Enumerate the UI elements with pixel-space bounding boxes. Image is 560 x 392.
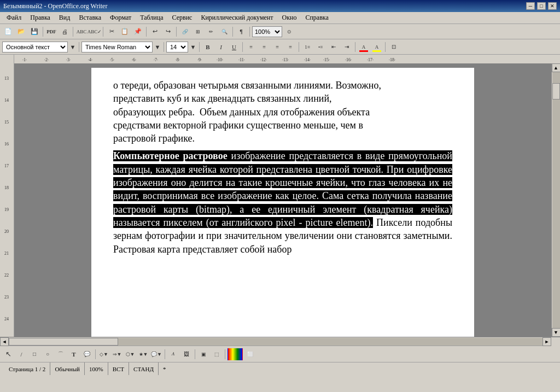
spellcheck-button[interactable]: ABC [75,26,88,38]
scroll-thumb[interactable] [552,83,560,100]
hyperlink-button[interactable]: 🔗 [179,26,191,38]
font-name-select[interactable]: Times New Roman [81,42,153,52]
window-controls: ─ □ ✕ [526,2,557,10]
increase-indent-button[interactable]: ⇥ [341,41,353,53]
formatting-toolbar: Основной текст ▼ Times New Roman ▼ 14 ▼ … [0,39,560,55]
size-dropdown-btn[interactable]: ▼ [189,41,197,53]
copy-button[interactable]: 📋 [119,26,131,38]
separator2 [73,27,73,37]
svg-text:17: 17 [4,163,9,168]
align-left-button[interactable]: ≡ [245,41,257,53]
highlight-color-button[interactable]: A [371,41,383,53]
menu-service[interactable]: Сервис [167,13,196,23]
callouts-btn[interactable]: 💬▼ [150,348,162,360]
menu-help[interactable]: Справка [301,13,332,23]
pdf-button[interactable]: PDF [45,26,57,38]
scroll-left-button[interactable]: ◄ [0,337,9,346]
select-tool[interactable]: ↖ [2,348,14,360]
menu-format[interactable]: Формат [106,13,136,23]
align-center-button[interactable]: ≡ [258,41,270,53]
area-style-btn[interactable]: ⬜ [244,348,256,360]
scroll-corner [551,337,560,346]
paragraph-style-select[interactable]: Основной текст [2,42,68,52]
italic-button[interactable]: I [215,41,227,53]
scroll-right-button[interactable]: ► [542,337,551,346]
ellipse-tool[interactable]: ○ [42,348,54,360]
stars-btn[interactable]: ★▼ [137,348,149,360]
callout-tool[interactable]: 💬 [81,348,93,360]
paste-button[interactable]: 📌 [132,26,144,38]
menu-window[interactable]: Окно [277,13,301,23]
nonprint-button[interactable]: ¶ [235,26,247,38]
svg-text:·14·: ·14· [304,57,311,62]
undo-button[interactable]: ↩ [149,26,161,38]
hscroll-track[interactable] [9,338,542,346]
font-dropdown-btn[interactable]: ▼ [154,41,161,53]
rect-tool[interactable]: □ [28,348,40,360]
redo-button[interactable]: ↪ [162,26,174,38]
align-right-button[interactable]: ≡ [271,41,283,53]
text-line1: представить куб и как двенадцать связанн… [113,93,332,104]
text-tool[interactable]: T [68,348,80,360]
menu-view[interactable]: Вид [55,13,75,23]
separator11 [242,42,243,52]
table-button[interactable]: ⊞ [192,26,204,38]
minimize-button[interactable]: ─ [526,2,535,10]
svg-text:15: 15 [4,120,9,125]
bullets-button[interactable]: •≡ [314,41,326,53]
shadow-btn[interactable]: ▣ [197,348,209,360]
main-area: 13 14 15 16 17 18 19 20 21 22 23 24 о те… [0,63,560,337]
menu-table[interactable]: Таблица [136,13,167,23]
menu-cyrillic[interactable]: Кириллический документ [196,13,277,23]
line-tool[interactable]: / [15,348,27,360]
scroll-down-button[interactable]: ▼ [552,328,561,337]
horizontal-scrollbar[interactable]: ◄ ► [0,337,560,346]
fill-color-btn[interactable] [228,348,243,360]
menu-insert[interactable]: Вставка [74,13,106,23]
vertical-scrollbar[interactable]: ▲ ▼ [551,63,560,337]
zoom-reset-button[interactable]: ⊙ [283,26,295,38]
menu-edit[interactable]: Правка [26,13,55,23]
svg-text:·17·: ·17· [367,57,374,62]
svg-text:·9·: ·9· [197,57,202,62]
border-button[interactable]: ⊡ [388,41,400,53]
show-draw-button[interactable]: ✏ [205,26,217,38]
style-dropdown-btn[interactable]: ▼ [69,41,77,53]
save-button[interactable]: 💾 [28,26,40,38]
horizontal-ruler: ·1· ·2· ·3· ·4· ·5· ·6· ·7· ·8· ·9· ·10·… [14,55,560,63]
close-button[interactable]: ✕ [548,2,557,10]
insert-mode[interactable]: ВСТ [108,362,129,375]
block-arrows-btn[interactable]: ⇒▼ [111,348,123,360]
selection-mode[interactable]: СТАНД [129,362,159,375]
flowchart-btn[interactable]: ⬡▼ [124,348,136,360]
cut-button[interactable]: ✂ [106,26,118,38]
svg-text:·13·: ·13· [282,57,289,62]
open-button[interactable]: 📂 [15,26,27,38]
separator4 [146,27,147,37]
scroll-up-button[interactable]: ▲ [552,63,561,72]
underline-button[interactable]: U [228,41,240,53]
hscroll-thumb[interactable] [9,338,118,346]
autocorrect-button[interactable]: ABC✓ [89,26,101,38]
3d-btn[interactable]: ⬚ [211,348,223,360]
bold-button[interactable]: B [202,41,214,53]
text-line4: растровой графике. [113,133,195,144]
find-button[interactable]: 🔍 [218,26,230,38]
menu-file[interactable]: Файл [2,13,26,23]
decrease-indent-button[interactable]: ⇤ [328,41,340,53]
maximize-button[interactable]: □ [537,2,546,10]
font-color-button[interactable]: A [358,41,370,53]
fontwork-btn[interactable]: 𝐴 [167,348,179,360]
document-area[interactable]: о тереди, образован четырьмя связанными … [14,63,551,337]
vertical-ruler: 13 14 15 16 17 18 19 20 21 22 23 24 [0,63,14,337]
new-button[interactable]: 📄 [2,26,14,38]
scroll-track[interactable] [552,72,560,328]
align-justify-button[interactable]: ≡ [284,41,296,53]
zoom-select[interactable]: 100% [252,26,282,37]
image-btn[interactable]: 🖼 [180,348,192,360]
freeform-tool[interactable]: ⌒ [55,348,67,360]
print-button[interactable]: 🖨 [59,26,71,38]
font-size-select[interactable]: 14 [166,42,188,52]
basic-shapes-btn[interactable]: ◇▼ [98,348,110,360]
numbering-button[interactable]: 1≡ [301,41,313,53]
